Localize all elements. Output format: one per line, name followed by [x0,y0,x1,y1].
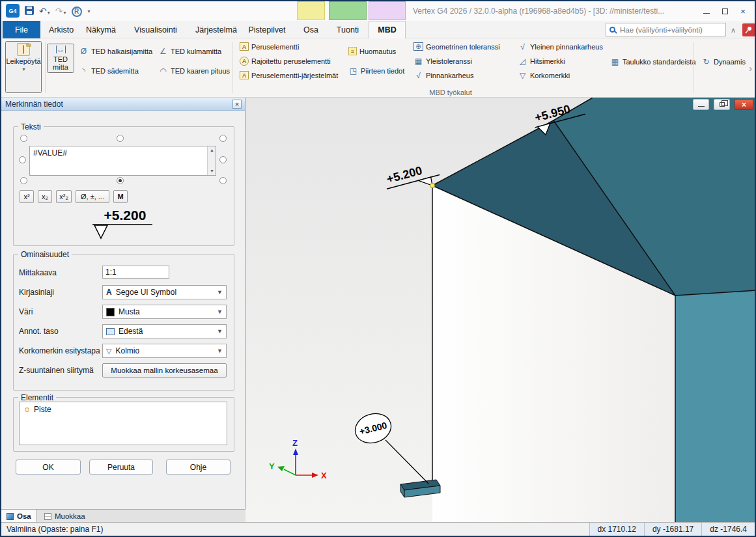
collapse-ribbon-icon[interactable]: ∧ [731,26,736,34]
undo-button[interactable]: ↶▾ [36,6,53,16]
clipboard-button[interactable]: Leikepöytä ▾ [5,41,42,93]
annot-taso-select[interactable]: Edestä ▼ [102,324,227,338]
note-icon: ≡ [348,47,357,55]
huomautus-button[interactable]: ≡ Huomautus [346,46,398,56]
undo-icon: ↶ [39,6,47,16]
triangle-style-icon: ▽ [106,348,111,355]
ribbon-overflow-arrow[interactable]: › [749,63,752,74]
general-surface-finish-icon: √ [518,42,527,51]
kirjasinlaji-select[interactable]: A Segoe UI Symbol ▼ [102,285,227,299]
status-dx: dx 1710.12 [589,523,644,536]
titlebar[interactable]: G4 ↶▾ ↷▾ R ▾ Vertex G4 2026 / 32.0.0-alp… [1,1,755,21]
minimize-button[interactable] [697,1,716,21]
anchor-radio-middle-left[interactable] [19,156,26,163]
elementit-label: Elementit [18,393,56,402]
anchor-radio-bottom-left[interactable] [20,177,27,184]
ted-mitta-button[interactable]: ↔ TED mitta [47,44,74,73]
menu-nakyma[interactable]: Näkymä [82,21,120,38]
yleinen-pinnankarheus-button[interactable]: √ Yleinen pinnankarheus [516,42,605,52]
dynaaminen-button[interactable]: ↻ Dynaamis [699,57,748,67]
search-input[interactable] [619,25,722,34]
korkomerkin-esitystapa-select[interactable]: ▽ Kolmio ▼ [102,344,227,358]
tab-osa[interactable]: Osa [1,510,37,523]
list-item-piste[interactable]: Piste [20,402,227,417]
menu-tuonti[interactable]: Tuonti [329,21,367,38]
menu-mbd[interactable]: MBD [369,21,406,38]
taulukko-standardeista-button[interactable]: ▦ Taulukko standardeista [608,57,698,67]
redo-button[interactable]: ↷▾ [53,6,69,16]
rajoitettu-peruselementti-button[interactable]: A Rajoitettu peruselementti [238,56,333,66]
pin-button[interactable] [742,23,755,36]
elementit-list[interactable]: Piste [19,402,227,445]
ohje-button[interactable]: Ohje [166,460,231,475]
muokkaa-korkeusasemaa-button[interactable]: Muokkaa mallin korkeusasemaa [102,363,227,378]
3d-viewport[interactable]: +5.200 +5.950 +3.000 [245,98,756,522]
anchor-radio-top-right[interactable] [219,135,227,142]
yleistoleranssi-button[interactable]: ▦ Yleistoleranssi [412,56,474,66]
maximize-button[interactable] [716,1,734,21]
subscript-button[interactable]: x₂ [38,190,52,203]
close-button[interactable]: × [734,1,752,21]
hitsimerkki-button[interactable]: ◿ Hitsimerkki [516,56,567,66]
textarea-scrollbar[interactable]: ▲ ▼ [207,146,216,175]
save-button[interactable] [22,6,36,17]
dialog-titlebar[interactable]: Merkinnän tiedot × [1,98,245,111]
anchor-radio-top-center[interactable] [117,135,124,142]
geometrinen-toleranssi-button[interactable]: ⊕ Geometrinen toleranssi [412,42,502,51]
supersub-button[interactable]: x²₂ [56,190,72,203]
peruselementti-jarjestelmat-button[interactable]: A Peruselementti-järjestelmät [238,70,340,80]
qat-customize-button[interactable]: ▾ [85,8,93,14]
record-button[interactable]: R [69,5,85,17]
ted-kaaren-pituus-button[interactable]: ◠ TED kaaren pituus [156,66,232,76]
annotation-text-input[interactable]: #VALUE# ▲ ▼ [29,146,216,176]
ted-kulmamitta-button[interactable]: ∠ TED kulmamitta [156,46,223,57]
menu-jarjestelma[interactable]: Järjestelmä [191,21,241,38]
menu-osa[interactable]: Osa [297,21,325,38]
ok-button[interactable]: OK [16,460,81,475]
menu-visualisointi[interactable]: Visualisointi [124,21,188,38]
anchor-radio-bottom-right[interactable] [219,177,227,184]
superscript-button[interactable]: x² [20,190,34,203]
menu-pistepilvet[interactable]: Pistepilvet [245,21,289,38]
bold-button[interactable]: M [113,190,128,203]
dialog-close-icon: × [235,101,239,108]
mittakaava-input[interactable] [102,266,169,279]
pinnankarheus-button[interactable]: √ Pinnankarheus [412,70,475,81]
annotation-point-marker[interactable] [430,184,435,188]
model-canvas[interactable]: +5.200 +5.950 +3.000 [245,98,756,522]
piirteen-tiedot-button[interactable]: ◳ Piirteen tiedot [346,66,406,76]
menu-file[interactable]: File [3,21,40,38]
viewport-minimize-button[interactable] [693,99,709,110]
peruselementti-button[interactable]: A Peruselementti [238,42,301,51]
dialog-close-button[interactable]: × [232,100,242,109]
scroll-down-icon[interactable]: ▼ [208,167,216,175]
scroll-up-icon[interactable]: ▲ [208,146,216,154]
peruuta-button[interactable]: Peruuta [89,460,153,475]
datum-icon: A [240,42,249,51]
anchor-radio-bottom-center[interactable] [117,177,124,184]
vari-select[interactable]: Musta ▼ [102,305,227,319]
anchor-radio-top-left[interactable] [20,135,27,142]
viewport-restore-button[interactable] [714,99,730,110]
x-axis-label: X [321,471,327,480]
tab-muokkaa[interactable]: Muokkaa [39,510,91,523]
korkomerkki-button[interactable]: ▽ Korkomerkki [516,70,572,81]
document-tabbar: Osa Muokkaa [1,509,245,522]
viewport-close-button[interactable]: × [735,99,753,110]
ted-sademitta-button[interactable]: ◝ TED sädemitta [77,66,141,76]
symbols-button[interactable]: Ø, ±, ... [76,190,109,203]
dynamic-icon: ↻ [701,57,711,66]
app-icon[interactable]: G4 [6,4,20,18]
window-title: Vertex G4 2026 / 32.0.0-alpha (r196968-a… [413,1,664,21]
search-box[interactable] [606,23,726,36]
status-message: Valmiina (Opaste: paina F1) [1,525,589,534]
mittakaava-label: Mittakaava [19,268,57,277]
save-icon [25,6,34,15]
surface-finish-icon: √ [413,71,423,80]
edit-icon [44,513,51,520]
model-right-wall[interactable] [675,290,756,522]
ted-halkaisijamitta-button[interactable]: Ø TED halkaisijamitta [77,46,154,57]
menu-arkisto[interactable]: Arkisto [43,21,79,38]
undo-dropdown-icon: ▾ [48,10,50,16]
anchor-radio-middle-right[interactable] [219,156,227,163]
